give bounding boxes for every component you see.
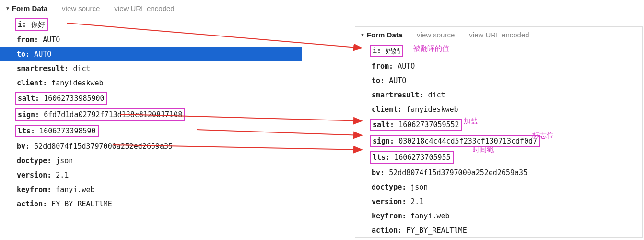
form-data-header-right: ▼ Form Data view source view URL encoded: [355, 27, 642, 42]
form-data-label: Form Data: [367, 31, 402, 39]
row-to[interactable]: to: AUTO: [369, 73, 642, 88]
row-client[interactable]: client: fanyideskweb: [369, 102, 642, 117]
row-lts[interactable]: lts: 1606273398590: [14, 123, 302, 139]
row-bv[interactable]: bv: 52dd8074f15d3797000a252ed2659a35: [369, 166, 642, 180]
annotation-salt: 加盐: [464, 117, 478, 126]
row-from[interactable]: from: AUTO: [14, 33, 302, 47]
row-version[interactable]: version: 2.1: [14, 168, 302, 182]
annotation-translated-value: 被翻译的值: [413, 44, 449, 53]
row-salt[interactable]: salt: 16062737059552: [369, 117, 642, 133]
annotation-sign: 标志位: [532, 131, 554, 140]
right-devtools-panel: ▼ Form Data view source view URL encoded…: [355, 26, 643, 238]
row-smartresult[interactable]: smartresult: dict: [369, 88, 642, 102]
view-url-encoded-link[interactable]: view URL encoded: [469, 31, 529, 39]
view-url-encoded-link[interactable]: view URL encoded: [114, 4, 174, 12]
row-sign[interactable]: sign: 030218c4c44cd5f233cf130713cdf0d7: [369, 133, 642, 149]
annotation-lts: 时间戳: [472, 145, 494, 155]
row-doctype[interactable]: doctype: json: [14, 154, 302, 168]
row-from[interactable]: from: AUTO: [369, 59, 642, 73]
view-source-link[interactable]: view source: [417, 31, 455, 39]
row-version[interactable]: version: 2.1: [369, 194, 642, 209]
collapse-triangle-icon[interactable]: ▼: [360, 32, 365, 37]
row-bv[interactable]: bv: 52dd8074f15d3797000a252ed2659a35: [14, 139, 302, 154]
row-action[interactable]: action: FY_BY_REALTlME: [369, 223, 642, 238]
row-i[interactable]: i: 妈妈: [369, 43, 642, 59]
collapse-triangle-icon[interactable]: ▼: [5, 6, 10, 11]
right-form-rows: i: 妈妈 from: AUTO to: AUTO smartresult: d…: [355, 42, 642, 240]
row-client[interactable]: client: fanyideskweb: [14, 76, 302, 90]
row-keyfrom[interactable]: keyfrom: fanyi.web: [14, 182, 302, 197]
row-salt[interactable]: salt: 16062733985900: [14, 90, 302, 107]
form-data-title-right[interactable]: ▼ Form Data: [360, 31, 402, 39]
left-form-rows: i: 你好 from: AUTO to: AUTO smartresult: d…: [0, 15, 302, 214]
row-smartresult[interactable]: smartresult: dict: [14, 61, 302, 76]
row-keyfrom[interactable]: keyfrom: fanyi.web: [369, 209, 642, 223]
row-action[interactable]: action: FY_BY_REALTlME: [14, 197, 302, 211]
form-data-label: Form Data: [12, 4, 47, 12]
form-data-header: ▼ Form Data view source view URL encoded: [0, 0, 302, 15]
left-devtools-panel: ▼ Form Data view source view URL encoded…: [0, 0, 302, 239]
view-source-link[interactable]: view source: [62, 4, 100, 12]
row-i[interactable]: i: 你好: [14, 16, 302, 33]
row-to[interactable]: to: AUTO: [0, 47, 302, 61]
row-lts[interactable]: lts: 1606273705955: [369, 149, 642, 166]
row-sign[interactable]: sign: 6fd7d1da02792f713d138c8120817108: [14, 107, 302, 123]
row-doctype[interactable]: doctype: json: [369, 180, 642, 194]
form-data-title[interactable]: ▼ Form Data: [5, 4, 47, 12]
